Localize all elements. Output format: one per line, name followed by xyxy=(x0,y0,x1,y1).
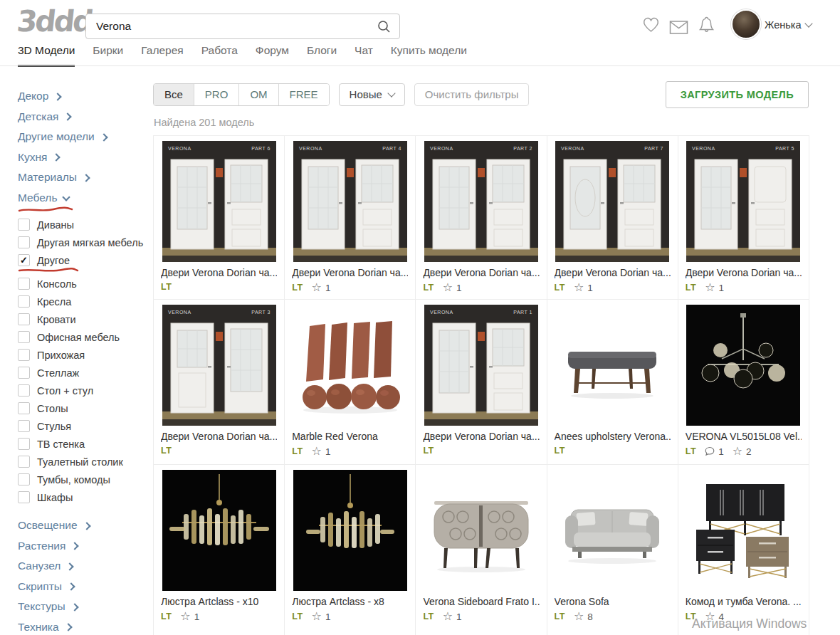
search-icon[interactable] xyxy=(377,20,391,33)
checkbox[interactable]: ✓ xyxy=(18,402,30,414)
product-image[interactable]: VERONAPART 3 xyxy=(161,305,277,426)
product-card[interactable]: VERONAPART 5 Двери Verona Dorian ча... L… xyxy=(678,136,809,300)
product-image[interactable] xyxy=(686,305,802,426)
product-card[interactable]: Люстра Artclass - x8 LT☆1 xyxy=(285,465,416,635)
upload-model-button[interactable]: ЗАГРУЗИТЬ МОДЕЛЬ xyxy=(666,81,809,108)
sidebar-item-furniture[interactable]: Мебель xyxy=(18,188,150,209)
product-image[interactable] xyxy=(555,305,671,426)
product-image[interactable] xyxy=(555,470,671,591)
messages-envelope-icon[interactable] xyxy=(669,18,688,37)
sidebar-item-detskaya[interactable]: Детская xyxy=(18,107,150,127)
sidebar-item-plants[interactable]: Растения xyxy=(18,536,150,557)
product-image[interactable] xyxy=(161,470,277,591)
product-card[interactable]: VERONAPART 4 Двери Verona Dorian ча... L… xyxy=(285,136,416,300)
sidebar-item-kitchen[interactable]: Кухня xyxy=(18,147,150,168)
product-card[interactable]: Verona Sofa LT☆8 xyxy=(547,465,678,635)
tab-buy-models[interactable]: Купить модели xyxy=(391,44,467,67)
segment-free[interactable]: FREE xyxy=(278,84,329,105)
product-title[interactable]: Двери Verona Dorian ча... xyxy=(686,267,802,278)
filter-divany[interactable]: ✓Диваны xyxy=(18,216,150,233)
checkbox[interactable]: ✓ xyxy=(18,349,30,361)
tab-forum[interactable]: Форум xyxy=(256,44,289,67)
product-image[interactable]: VERONAPART 6 xyxy=(161,141,277,262)
filter-tumby-komody[interactable]: ✓Тумбы, комоды xyxy=(18,471,150,488)
filter-shkafy[interactable]: ✓Шкафы xyxy=(18,488,150,506)
product-image[interactable] xyxy=(686,470,802,591)
product-title[interactable]: Двери Verona Dorian ча... xyxy=(555,267,671,278)
sidebar-item-tech[interactable]: Техника xyxy=(18,617,150,635)
checkbox[interactable]: ✓ xyxy=(18,420,30,432)
product-title[interactable]: Verona Sofa xyxy=(555,596,671,607)
product-title[interactable]: Двери Verona Dorian ча... xyxy=(423,431,539,442)
checkbox[interactable]: ✓ xyxy=(18,438,30,450)
sidebar-item-bathroom[interactable]: Санузел xyxy=(18,556,150,577)
checkbox[interactable]: ✓ xyxy=(18,278,30,290)
filter-stoly[interactable]: ✓Столы xyxy=(18,399,150,417)
filter-stellazh[interactable]: ✓Стеллаж xyxy=(18,364,150,382)
product-card[interactable]: VERONAPART 2 Двери Verona Dorian ча... L… xyxy=(416,136,547,300)
checkbox[interactable]: ✓ xyxy=(18,384,30,397)
checkbox[interactable]: ✓ xyxy=(18,456,30,468)
product-title[interactable]: Verona Sideboard Frato I... xyxy=(423,596,539,607)
tab-blogs[interactable]: Блоги xyxy=(307,44,337,67)
tab-gallery[interactable]: Галерея xyxy=(141,44,183,67)
product-card[interactable]: Marble Red Verona LT☆1 xyxy=(285,300,416,465)
product-image[interactable] xyxy=(423,470,539,591)
filter-stulya[interactable]: ✓Стулья xyxy=(18,417,150,435)
sidebar-item-lighting[interactable]: Освещение xyxy=(18,515,150,536)
sidebar-item-decor[interactable]: Декор xyxy=(18,86,150,107)
checkbox[interactable]: ✓ xyxy=(18,254,30,266)
filter-ofisnaya[interactable]: ✓Офисная мебель xyxy=(18,328,150,346)
product-title[interactable]: Marble Red Verona xyxy=(292,431,408,442)
sidebar-item-materials[interactable]: Материалы xyxy=(18,167,150,188)
filter-kresla[interactable]: ✓Кресла xyxy=(18,293,150,310)
filter-prihozhaya[interactable]: ✓Прихожая xyxy=(18,346,150,364)
product-card[interactable]: Комод и тумба Verona. ... LT☆4 xyxy=(678,465,809,635)
product-image[interactable]: VERONAPART 7 xyxy=(555,141,671,262)
checkbox[interactable]: ✓ xyxy=(18,219,30,231)
product-title[interactable]: Anees upholstery Verona... xyxy=(555,431,671,442)
filter-tv-stenka[interactable]: ✓ТВ стенка xyxy=(18,435,150,453)
favorites-heart-icon[interactable] xyxy=(641,15,661,34)
checkbox[interactable]: ✓ xyxy=(18,331,30,343)
segment-om[interactable]: OM xyxy=(238,84,278,105)
product-image[interactable]: VERONAPART 1 xyxy=(423,305,539,426)
user-avatar[interactable] xyxy=(731,9,761,39)
checkbox[interactable]: ✓ xyxy=(18,367,30,379)
filter-stol-stul[interactable]: ✓Стол + стул xyxy=(18,382,150,399)
product-image[interactable] xyxy=(292,470,408,591)
search-input[interactable] xyxy=(86,20,377,33)
product-title[interactable]: Двери Verona Dorian ча... xyxy=(292,267,408,278)
filter-krovati[interactable]: ✓Кровати xyxy=(18,310,150,328)
sidebar-item-other-models[interactable]: Другие модели xyxy=(18,127,150,147)
filter-konsol[interactable]: ✓Консоль xyxy=(18,275,150,293)
search-bar[interactable] xyxy=(85,14,400,39)
product-card[interactable]: VERONAPART 6 Двери Verona Dorian ча... L… xyxy=(154,136,285,300)
product-card[interactable]: Verona Sideboard Frato I... LT☆1 xyxy=(416,465,547,635)
tab-birki[interactable]: Бирки xyxy=(93,44,123,67)
sort-dropdown[interactable]: Новые xyxy=(339,83,405,106)
tab-chat[interactable]: Чат xyxy=(355,44,373,67)
product-card[interactable]: VERONA VL5015L08 Vel... LT 1 ☆2 xyxy=(678,300,809,465)
filter-drugaya-myagkaya[interactable]: ✓Другая мягкая мебель xyxy=(18,233,150,251)
product-image[interactable] xyxy=(292,305,408,426)
clear-filters-button[interactable]: Очистить фильтры xyxy=(414,83,530,106)
product-image[interactable]: VERONAPART 2 xyxy=(423,141,539,262)
segment-all[interactable]: Все xyxy=(154,84,194,105)
product-title[interactable]: Двери Verona Dorian ча... xyxy=(161,267,277,278)
checkbox[interactable]: ✓ xyxy=(18,473,30,486)
product-title[interactable]: Люстра Artclass - x10 xyxy=(161,596,277,607)
product-card[interactable]: VERONAPART 7 Двери Verona Dorian ча... L… xyxy=(547,136,678,300)
user-menu[interactable]: Женька xyxy=(765,19,812,31)
product-title[interactable]: Люстра Artclass - x8 xyxy=(292,596,408,607)
checkbox[interactable]: ✓ xyxy=(18,313,30,325)
product-title[interactable]: Комод и тумба Verona. ... xyxy=(686,596,802,607)
tab-jobs[interactable]: Работа xyxy=(201,44,238,67)
filter-tualetny-stolik[interactable]: ✓Туалетный столик xyxy=(18,453,150,471)
segment-pro[interactable]: PRO xyxy=(194,84,239,105)
tab-3d-models[interactable]: 3D Модели xyxy=(18,44,75,67)
notifications-bell-icon[interactable] xyxy=(697,15,716,34)
product-card[interactable]: Anees upholstery Verona... LT☆ xyxy=(547,300,678,465)
site-logo[interactable]: 3ddd xyxy=(15,4,93,38)
product-card[interactable]: VERONAPART 1 Двери Verona Dorian ча... L… xyxy=(416,300,547,465)
